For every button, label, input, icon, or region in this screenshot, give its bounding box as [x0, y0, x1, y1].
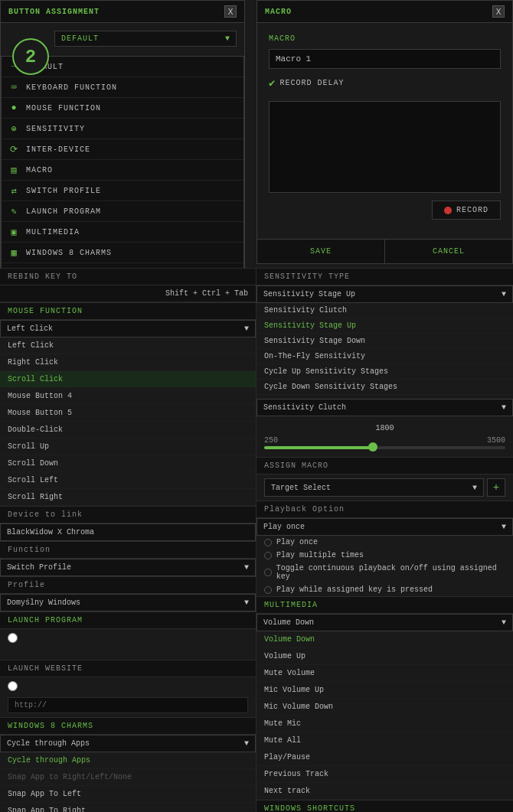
- list-item[interactable]: Mic Volume Up: [256, 682, 513, 699]
- list-item[interactable]: Next track: [256, 783, 513, 800]
- slider-track[interactable]: [264, 446, 505, 449]
- menu-item-windows8charms[interactable]: ▦ WINDOWS 8 CHARMS: [2, 243, 243, 263]
- playback-label-toggle: Toggle continuous playback on/off using …: [276, 564, 505, 581]
- macro-cancel-button[interactable]: CANCEL: [385, 240, 512, 263]
- main-area: REBIND KEY TO Shift + Ctrl + Tab MOUSE F…: [0, 268, 513, 812]
- menu-item-multimedia[interactable]: ▣ MULTIMEDIA: [2, 222, 243, 243]
- sensitivity-icon: ⊕: [8, 122, 20, 135]
- close-button[interactable]: X: [224, 5, 237, 18]
- list-item[interactable]: Mouse Button 4: [0, 388, 256, 405]
- menu-item-mouse[interactable]: ● MOUSE FUNCTION: [2, 98, 243, 119]
- list-item[interactable]: Scroll Up: [0, 439, 256, 455]
- launch-website-header: LAUNCH WEBSITE: [0, 660, 256, 677]
- list-item[interactable]: Snap App To Right: [0, 803, 256, 812]
- list-item[interactable]: Mute Mic: [256, 716, 513, 732]
- list-item[interactable]: Mute Volume: [256, 665, 513, 682]
- slider-value: 1800: [264, 424, 505, 432]
- macro-icon: ▤: [8, 164, 20, 176]
- menu-item-interdevice[interactable]: ⟳ INTER-DEVICE: [2, 139, 243, 160]
- device-to-link-dropdown[interactable]: BlackWidow X Chroma: [0, 523, 256, 541]
- launch-program-icon: ✎: [8, 205, 20, 217]
- sensitivity-item-stage-up[interactable]: Sensitivity Stage Up: [256, 318, 513, 334]
- url-input[interactable]: [8, 697, 248, 713]
- panel-title: BUTTON ASSIGNMENT: [8, 8, 100, 16]
- assign-macro-dropdown[interactable]: Target Select ▼: [264, 478, 484, 497]
- sensitivity-item-cycle-up[interactable]: Cycle Up Sensitivity Stages: [256, 364, 513, 380]
- macro-name-input[interactable]: [269, 49, 501, 69]
- menu-item-label: KEYBOARD FUNCTION: [26, 83, 117, 92]
- record-button[interactable]: RECORD: [432, 201, 501, 220]
- menu-item-launch-program[interactable]: ✎ LAUNCH PROGRAM: [2, 201, 243, 222]
- list-item[interactable]: Left Click: [0, 338, 256, 354]
- radio-toggle: [264, 569, 272, 576]
- list-item[interactable]: Mouse Button 5: [0, 405, 256, 422]
- mouse-function-selected: Left Click: [7, 324, 53, 333]
- macro-section: MACRO ✔ RECORD DELAY RECORD: [257, 23, 512, 239]
- windows-shortcuts-header: WINDOWS SHORTCUTS: [256, 800, 513, 812]
- list-item[interactable]: Volume Up: [256, 648, 513, 665]
- keyboard-icon: ⌨: [8, 81, 20, 93]
- list-item[interactable]: Snap App To Left: [0, 786, 256, 803]
- assign-macro-arrow: ▼: [472, 484, 477, 492]
- playback-option-once[interactable]: Play once: [256, 536, 513, 549]
- dropdown-arrow: ▼: [225, 34, 230, 43]
- list-item[interactable]: Scroll Down: [0, 455, 256, 472]
- list-item[interactable]: Previous Track: [256, 766, 513, 783]
- macro-close-button[interactable]: X: [492, 5, 505, 18]
- list-item[interactable]: Scroll Right: [0, 489, 256, 506]
- windows8-charms-dropdown[interactable]: Cycle through Apps ▼: [0, 735, 256, 752]
- sensitivity-clutch-dropdown[interactable]: Sensitivity Clutch ▼: [256, 399, 513, 416]
- sensitivity-item-cycle-down[interactable]: Cycle Down Sensitivity Stages: [256, 380, 513, 395]
- default-dropdown[interactable]: DEFAULT ▼: [54, 31, 237, 47]
- sensitivity-item-stage-down[interactable]: Sensitivity Stage Down: [256, 334, 513, 349]
- list-item[interactable]: Mute All: [256, 732, 513, 749]
- menu-item-switch-profile[interactable]: ⇄ SWITCH PROFILE: [2, 181, 243, 201]
- radio-while-held: [264, 586, 272, 594]
- macro-panel-title: MACRO: [265, 8, 292, 16]
- playback-dropdown[interactable]: Play once ▼: [256, 518, 513, 536]
- add-macro-button[interactable]: +: [487, 478, 505, 497]
- list-item[interactable]: Scroll Left: [0, 472, 256, 489]
- switch-profile-icon: ⇄: [8, 184, 20, 197]
- list-item[interactable]: Right Click: [0, 354, 256, 371]
- list-item-volume-down[interactable]: Volume Down: [256, 631, 513, 648]
- launch-program-area: [0, 629, 256, 660]
- multimedia-dropdown[interactable]: Volume Down ▼: [256, 614, 513, 631]
- playback-selected: Play once: [263, 523, 305, 531]
- list-item[interactable]: Mic Volume Down: [256, 699, 513, 716]
- sensitivity-type-dropdown[interactable]: Sensitivity Stage Up ▼: [256, 285, 513, 303]
- left-column: REBIND KEY TO Shift + Ctrl + Tab MOUSE F…: [0, 268, 256, 812]
- list-item-snap-right-left[interactable]: Snap App to Right/Left/None: [0, 769, 256, 786]
- record-area: [269, 101, 501, 193]
- list-item-cycle-apps[interactable]: Cycle through Apps: [0, 752, 256, 769]
- profile-dropdown[interactable]: Domyślny Windows ▼: [0, 594, 256, 611]
- sensitivity-type-selected: Sensitivity Stage Up: [263, 290, 355, 298]
- keybind-value: Shift + Ctrl + Tab: [0, 285, 256, 302]
- launch-website-radio[interactable]: [8, 681, 18, 691]
- macro-save-button[interactable]: SAVE: [257, 240, 385, 263]
- playback-option-multiple[interactable]: Play multiple times: [256, 549, 513, 562]
- menu-item-macro[interactable]: ▤ MACRO: [2, 160, 243, 181]
- windows8-icon: ▦: [8, 246, 20, 259]
- list-item[interactable]: Double-Click: [0, 422, 256, 439]
- two-col-layout: REBIND KEY TO Shift + Ctrl + Tab MOUSE F…: [0, 268, 513, 812]
- profile-arrow: ▼: [244, 598, 249, 607]
- function-arrow: ▼: [244, 563, 249, 572]
- sensitivity-item-on-the-fly[interactable]: On-The-Fly Sensitivity: [256, 349, 513, 364]
- launch-program-header: LAUNCH PROGRAM: [0, 611, 256, 629]
- function-dropdown[interactable]: Switch Profile ▼: [0, 559, 256, 576]
- menu-item-label: SENSITIVITY: [26, 125, 85, 133]
- menu-item-sensitivity[interactable]: ⊕ SENSITIVITY: [2, 119, 243, 139]
- playback-option-toggle[interactable]: Toggle continuous playback on/off using …: [256, 562, 513, 583]
- list-item[interactable]: Play/Pause: [256, 749, 513, 766]
- mouse-function-dropdown[interactable]: Left Click ▼: [0, 320, 256, 338]
- menu-item-keyboard[interactable]: ⌨ KEYBOARD FUNCTION: [2, 77, 243, 98]
- sensitivity-item-clutch[interactable]: Sensitivity Clutch: [256, 303, 513, 318]
- playback-option-while-held[interactable]: Play while assigned key is pressed: [256, 583, 513, 596]
- list-item-scroll-click[interactable]: Scroll Click: [0, 371, 256, 388]
- record-dot: [444, 207, 452, 214]
- profile-value: Domyślny Windows: [7, 598, 80, 607]
- slider-thumb[interactable]: [368, 442, 377, 452]
- launch-program-radio[interactable]: [8, 633, 18, 643]
- multimedia-selected: Volume Down: [263, 618, 314, 627]
